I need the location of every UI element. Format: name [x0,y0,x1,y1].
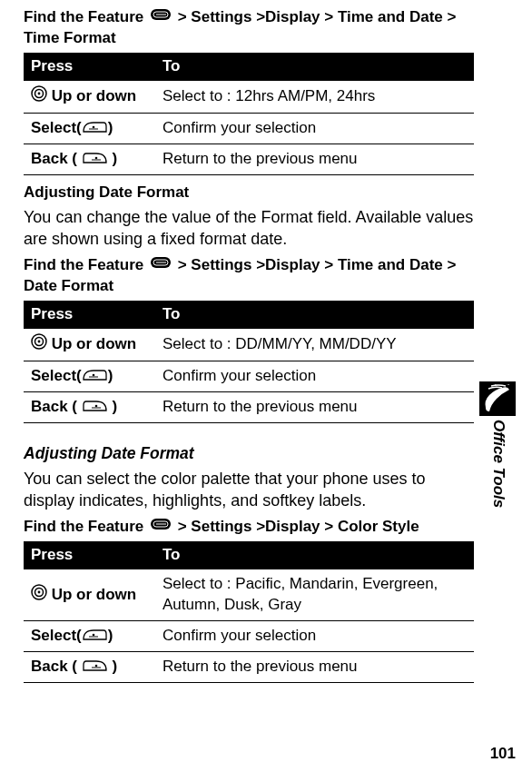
press-label: Up or down [52,586,136,603]
page-number: 101 [490,744,516,765]
press-label-pre: Back [31,398,68,415]
table-row: Select() Confirm your selection [24,621,474,652]
dial-icon [31,333,47,356]
subheading-color-style: Adjusting Date Format [24,443,474,465]
press-label-post: ) [108,367,113,384]
table-row: Up or down Select to : Pacific, Mandarin… [24,569,474,620]
to-text: Return to the previous menu [155,144,474,174]
find-feature-color-style: Find the Feature > Settings >Display > C… [24,517,474,538]
find-feature-prefix: Find the Feature [24,256,143,273]
find-feature-prefix: Find the Feature [24,518,143,535]
press-label-post: ) [108,119,113,136]
to-text: Select to : DD/MM/YY, MM/DD/YY [155,329,474,361]
press-label-pre: Select( [31,119,82,136]
softkey-icon [82,626,108,647]
press-label-pre: Select( [31,367,82,384]
section-body: You can change the value of the Format f… [24,206,474,251]
softkey-icon [82,657,108,678]
press-label-mid: ( [68,658,82,675]
table-row: Back ( ) Return to the previous menu [24,144,474,174]
press-label-post: ) [108,150,117,167]
to-text: Return to the previous menu [155,392,474,423]
side-section-label: Office Tools [479,420,508,508]
to-text: Select to : Pacific, Mandarin, Evergreen… [155,569,474,620]
side-tab: Office Tools [479,381,516,508]
table-row: Select() Confirm your selection [24,361,474,392]
softkey-icon [82,366,108,387]
dial-icon [31,584,47,607]
to-text: Confirm your selection [155,621,474,652]
to-text: Return to the previous menu [155,652,474,683]
softkey-icon [82,149,108,170]
col-press-header: Press [24,301,155,329]
table-row: Up or down Select to : DD/MM/YY, MM/DD/Y… [24,329,474,361]
find-feature-time-format: Find the Feature > Settings >Display > T… [24,7,474,49]
find-feature-date-format: Find the Feature > Settings >Display > T… [24,255,474,297]
press-label-mid: ( [68,150,82,167]
menu-icon [151,517,171,538]
menu-icon [151,7,171,28]
press-label: Up or down [52,335,136,352]
phone-icon [479,381,516,416]
press-label-mid: ( [68,398,82,415]
section-title-date-format: Adjusting Date Format [24,183,474,203]
section-body: You can select the color palette that yo… [24,468,474,512]
time-format-table: Press To Up or down Select to : 12hrs AM… [24,53,474,175]
softkey-icon [82,397,108,418]
col-to-header: To [155,53,474,81]
press-label-pre: Select( [31,627,82,644]
find-feature-prefix: Find the Feature [24,8,143,25]
to-text: Confirm your selection [155,113,474,144]
col-to-header: To [155,301,474,329]
softkey-icon [82,118,108,139]
find-feature-path: > Settings >Display > Color Style [178,518,419,535]
col-press-header: Press [24,541,155,569]
table-row: Up or down Select to : 12hrs AM/PM, 24hr… [24,81,474,113]
press-label-pre: Back [31,150,68,167]
color-style-table: Press To Up or down Select to : Pacific,… [24,541,474,683]
press-label-post: ) [108,658,117,675]
table-row: Select() Confirm your selection [24,113,474,144]
date-format-table: Press To Up or down Select to : DD/MM/YY… [24,301,474,423]
to-text: Confirm your selection [155,361,474,392]
press-label-post: ) [108,398,117,415]
press-label-pre: Back [31,658,68,675]
col-to-header: To [155,541,474,569]
to-text: Select to : 12hrs AM/PM, 24hrs [155,81,474,113]
dial-icon [31,85,47,108]
press-label-post: ) [108,627,113,644]
col-press-header: Press [24,53,155,81]
menu-icon [151,255,171,276]
press-label: Up or down [52,87,136,104]
table-row: Back ( ) Return to the previous menu [24,652,474,683]
table-row: Back ( ) Return to the previous menu [24,392,474,423]
